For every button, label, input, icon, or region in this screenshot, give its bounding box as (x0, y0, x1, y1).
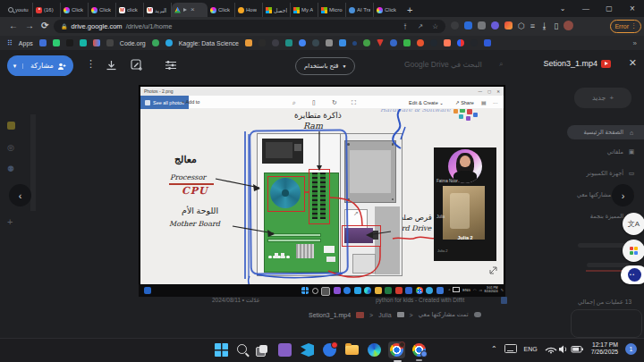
bookmark-favicon[interactable] (53, 39, 60, 46)
bookmark-favicon[interactable] (312, 39, 319, 46)
extension-red-icon[interactable] (504, 21, 513, 29)
bookmark-favicon[interactable] (93, 39, 100, 46)
share-button[interactable]: ▼ مشاركة (7, 55, 73, 76)
chrome-active-app[interactable] (388, 341, 405, 358)
tab-youtube-search[interactable]: youtu (5, 3, 33, 17)
bookmark-favicon[interactable] (272, 39, 279, 46)
tab-microsoft-3[interactable]: Micro (318, 3, 346, 17)
tab-gmail-1[interactable]: Mclick (116, 3, 144, 17)
video-player[interactable]: Photos - 2.png —▢✕ See all photos + Add … (139, 85, 505, 297)
bookmark-favicon[interactable] (245, 39, 252, 46)
tab-clickup-2[interactable]: Click (89, 3, 116, 17)
more-options-icon[interactable]: ⋮ (86, 58, 96, 70)
bookmark-favicon[interactable] (165, 39, 173, 46)
tab-youtube[interactable]: (16) (33, 3, 61, 17)
apps-grid-icon[interactable]: ⠿ (7, 39, 13, 47)
share-page-icon[interactable]: ↗ (418, 22, 423, 30)
extension-q-icon[interactable] (464, 21, 472, 29)
bookmark-favicon[interactable] (457, 39, 464, 46)
profile-avatar[interactable] (564, 21, 573, 30)
bookmark-star-icon[interactable]: ☆ (432, 22, 438, 30)
assistant-button[interactable] (621, 265, 644, 284)
close-preview-icon[interactable]: ✕ (629, 57, 637, 69)
share-dropdown-caret[interactable]: ▼ (7, 63, 23, 69)
tab-drive-active[interactable]: × (172, 3, 208, 17)
url-bar[interactable]: 🔒 drive.google.com/drive/u/1/home ⭱ ↗ ☆ (54, 20, 445, 33)
bookmark-favicon[interactable] (285, 39, 292, 46)
download-icon[interactable] (106, 60, 117, 72)
tab-clickup-1[interactable]: Click (61, 3, 89, 17)
vscode-icon[interactable] (301, 343, 314, 357)
bookmark-favicon[interactable] (352, 41, 357, 46)
extensions-puzzle-icon[interactable]: ⬡ (518, 21, 525, 30)
language-indicator[interactable]: ENG (524, 346, 538, 352)
bookmark-favicon[interactable] (39, 39, 47, 46)
edge-icon[interactable] (368, 343, 381, 357)
tab-microsoft-2[interactable]: My A (291, 3, 318, 17)
bookmark-favicon[interactable] (106, 39, 114, 46)
maximize-button[interactable]: ▢ (597, 4, 621, 13)
tab-microsoft-1[interactable]: احصل (263, 3, 291, 17)
chrome-profile2-icon[interactable] (412, 343, 426, 357)
tab-search-chevron-icon[interactable]: ⌄ (551, 4, 574, 13)
bookmark-favicon[interactable] (430, 39, 437, 46)
file-explorer-icon[interactable] (345, 345, 359, 355)
forward-icon[interactable]: → (25, 21, 34, 30)
previous-file-button[interactable]: ‹ (9, 184, 31, 206)
close-window-button[interactable]: × (621, 4, 644, 13)
start-button[interactable] (215, 343, 228, 357)
task-view-button[interactable] (256, 343, 269, 357)
extension-purple-icon[interactable] (491, 21, 499, 29)
bookmark-favicon[interactable] (66, 39, 73, 46)
bookmark-favicon[interactable] (258, 39, 266, 46)
search-button[interactable] (237, 344, 247, 354)
bookmarks-overflow-icon[interactable]: » (633, 39, 637, 47)
tab-how[interactable]: How (235, 3, 263, 17)
save-page-icon[interactable]: ⭱ (402, 22, 409, 30)
hidden-icons-chevron[interactable]: ⌃ (491, 345, 497, 353)
minimize-button[interactable]: — (574, 4, 597, 13)
new-tab-button[interactable]: + (407, 4, 412, 15)
translate-button[interactable]: 文A (623, 213, 644, 235)
reading-list-icon[interactable]: ≡ (530, 21, 535, 30)
extension-clock-icon[interactable] (451, 21, 459, 29)
next-file-button[interactable]: › (612, 184, 634, 206)
bookmark-favicon[interactable] (484, 39, 491, 46)
back-icon[interactable]: ← (9, 21, 18, 30)
side-panel-icon[interactable]: ▯ (554, 21, 558, 30)
bookmark-codeorg[interactable]: Code.org (120, 40, 146, 46)
bookmark-favicon[interactable] (299, 39, 306, 46)
bookmark-apps[interactable]: Apps (19, 40, 33, 46)
bookmark-favicon[interactable] (152, 39, 159, 46)
bookmark-favicon[interactable] (403, 39, 411, 46)
extension-gray-icon[interactable] (478, 21, 486, 29)
network-volume-battery-icons[interactable] (545, 343, 584, 354)
open-with-button[interactable]: فتح باستخدام ▼ (295, 57, 355, 75)
touch-keyboard-icon[interactable] (504, 344, 517, 353)
bookmark-favicon[interactable] (470, 39, 478, 46)
filters-sliders-icon[interactable] (165, 60, 177, 71)
bookmark-favicon[interactable] (417, 39, 424, 46)
bookmark-favicon[interactable] (377, 39, 384, 46)
bookmark-favicon[interactable] (444, 39, 451, 46)
tab-ai-translate[interactable]: AI Tra (346, 3, 374, 17)
tab-clickup-3[interactable]: Click (208, 3, 235, 17)
downloads-icon[interactable]: ⭳ (540, 21, 548, 30)
bookmark-kaggle[interactable]: Kaggle: Data Science (179, 40, 239, 46)
clock[interactable]: 12:17 PM 7/26/2025 (591, 341, 618, 357)
tab-gmail-2[interactable]: Mالبريد (144, 3, 172, 17)
bookmark-favicon[interactable] (80, 39, 87, 46)
apps-colorful-button[interactable] (623, 240, 644, 262)
bookmark-favicon[interactable] (339, 39, 346, 46)
bookmark-favicon[interactable] (326, 39, 333, 46)
tab-clickup-4[interactable]: Click (374, 3, 402, 17)
notification-badge[interactable]: 1 (625, 343, 637, 355)
visual-studio-icon[interactable] (278, 343, 292, 357)
error-menu-button[interactable]: Error ⋮ (610, 20, 641, 33)
close-tab-icon[interactable]: × (191, 6, 195, 13)
bookmark-favicon[interactable] (363, 39, 370, 46)
bookmark-favicon[interactable] (390, 39, 397, 46)
refresh-icon[interactable]: ⟳ (41, 21, 48, 30)
edit-add-icon[interactable] (131, 59, 143, 72)
notification-app-icon[interactable] (323, 343, 336, 357)
